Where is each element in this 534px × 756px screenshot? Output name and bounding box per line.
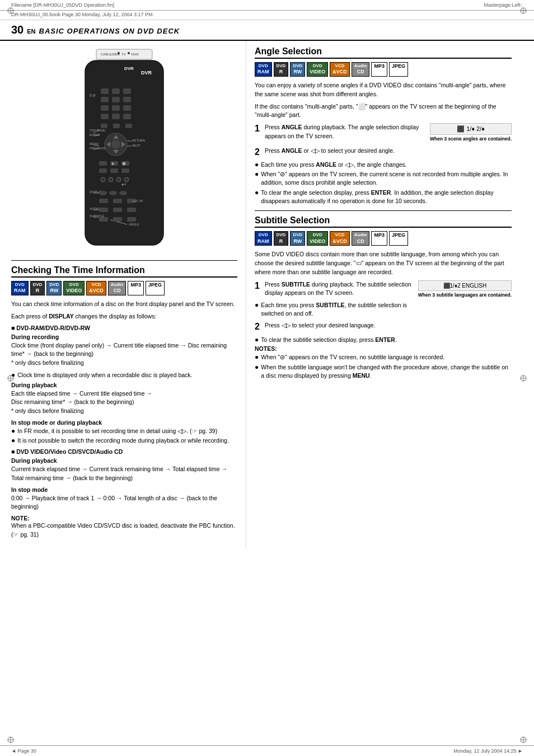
badge-audio-cd: Audio CD — [108, 281, 127, 295]
subtitle-step2: 2 Press ◁▷ to select your desired langua… — [255, 321, 512, 332]
during-recording-heading: During recording — [11, 334, 237, 340]
angle-badge-dvd-ram: DVD RAM — [255, 62, 272, 77]
svg-rect-66 — [127, 217, 136, 222]
svg-text:DVR: DVR — [141, 70, 152, 76]
page-footer: ◄ Page 30 Monday, 12 July 2004 14:25 ► — [0, 745, 534, 756]
badge-dvd-rw: DVD RW — [46, 281, 62, 295]
svg-point-52 — [119, 191, 127, 195]
checking-time-title: Checking The Time Information — [11, 265, 237, 278]
svg-rect-9 — [101, 88, 109, 94]
angle-badge-dvd-video: DVD VIDEO — [307, 62, 328, 77]
subtitle-step2-bullet: ● To clear the subtitle selection displa… — [255, 336, 512, 344]
footer-right: Monday, 12 July 2004 14:25 ► — [453, 748, 523, 754]
during-playback-heading2: During playback — [11, 457, 237, 464]
svg-point-4 — [118, 52, 120, 54]
angle-badge-vcd: VCD &VCD — [330, 62, 350, 77]
subtitle-badge-jpeg: JPEG — [389, 231, 408, 246]
subtitle-display-image: ⬛1/♦2 ENGLISH — [418, 280, 512, 291]
subtitle-notes: NOTES: ● When "⊘" appears on the TV scre… — [255, 345, 512, 379]
svg-rect-13 — [112, 97, 120, 102]
svg-rect-19 — [112, 114, 120, 119]
svg-point-27 — [111, 140, 120, 149]
right-column: Angle Selection DVD RAM DVD R DVD RW DVD… — [246, 41, 523, 548]
svg-text:DVR: DVR — [124, 66, 134, 71]
svg-rect-54 — [99, 199, 108, 203]
switch-mode-bullet: ● It is not possible to switch the recor… — [11, 436, 237, 445]
subtitle-badge-mp3: MP3 — [371, 231, 387, 246]
svg-rect-11 — [123, 88, 131, 94]
svg-rect-60 — [113, 208, 122, 212]
subtitle-badge-dvd-rw: DVD RW — [290, 231, 305, 246]
svg-point-46 — [116, 177, 121, 182]
subtitle-badge-dvd-video: DVD VIDEO — [307, 231, 328, 246]
page-number: 30 — [11, 24, 24, 36]
svg-point-5 — [128, 52, 130, 54]
disc-badges-subtitle: DVD RAM DVD R DVD RW DVD VIDEO VCD &VCD … — [255, 231, 512, 246]
checking-intro: You can check time information of a disc… — [11, 300, 237, 309]
svg-rect-40 — [110, 168, 118, 173]
angle-step1-row: 1 Press ANGLE during playback. The angle… — [255, 123, 427, 141]
subtitle-display-box: ⬛1/♦2 ENGLISH When 3 subtitle languages … — [418, 280, 512, 320]
angle-step2: 2 Press ANGLE or ◁▷ to select your desir… — [255, 147, 512, 157]
angle-badge-jpeg: JPEG — [389, 62, 408, 77]
angle-badge-dvd-r: DVD R — [274, 62, 289, 77]
during-playback-text1: Each title elapsed time → Current title … — [11, 389, 237, 416]
subtitle-note2: ● When the subtitle language won't be ch… — [255, 363, 512, 379]
disc-badges-angle: DVD RAM DVD R DVD RW DVD VIDEO VCD &VCD … — [255, 62, 512, 77]
note-title: NOTE: — [11, 515, 237, 522]
page-title-bar: 30 EN BASIC OPERATIONS ON DVD DECK — [0, 20, 534, 41]
subtitle-intro: Some DVD VIDEO discs contain more than o… — [255, 250, 512, 276]
svg-text:NEXT: NEXT — [132, 144, 140, 147]
footer-left: ◄ Page 30 — [11, 748, 36, 754]
svg-rect-37 — [110, 161, 118, 166]
corner-crosshair-tl — [7, 7, 15, 15]
badge-jpeg: JPEG — [146, 281, 165, 295]
svg-rect-36 — [99, 161, 107, 166]
subtitle-badge-dvd-r: DVD R — [274, 231, 289, 246]
subtitle-step1-row: 1 Press SUBTITLE during playback. The su… — [255, 280, 415, 298]
subtitle-badge-audio-cd: Audio CD — [352, 231, 370, 246]
angle-intro: You can enjoy a variety of scene angles … — [255, 81, 512, 99]
dvd-ram-heading: ■ DVD-RAM/DVD-R/DVD-RW — [11, 325, 237, 331]
subtitle-note1: ● When "⊘" appears on the TV screen, no … — [255, 353, 512, 361]
section-divider-subtitle — [255, 210, 512, 211]
left-column: CABLE/DBS TV DVD DVR 0-9 — [0, 41, 246, 548]
svg-text:ANGLE: ANGLE — [129, 223, 139, 226]
svg-rect-43 — [123, 162, 125, 165]
during-playback-heading1: During playback — [11, 382, 237, 388]
badge-dvd-ram: DVD RAM — [11, 281, 29, 295]
angle-display-image: ⬛ 1/♦ 2/♦ — [430, 123, 512, 135]
angle-badge-dvd-rw: DVD RW — [290, 62, 305, 77]
during-playback-text2: Current track elapsed time → Current tra… — [11, 465, 237, 483]
corner-crosshair-bl — [7, 736, 15, 744]
svg-rect-22 — [113, 124, 120, 128]
angle-badge-audio-cd: Audio CD — [352, 62, 370, 77]
svg-text:0-9: 0-9 — [90, 93, 95, 97]
svg-point-51 — [109, 191, 117, 195]
svg-rect-55 — [113, 199, 122, 203]
subtitle-badge-vcd: VCD &VCD — [330, 231, 350, 246]
angle-step1-content: 1 Press ANGLE during playback. The angle… — [255, 123, 427, 144]
svg-rect-21 — [101, 124, 107, 128]
angle-bullet2: ● When "⊘" appears on the TV screen, the… — [255, 170, 512, 186]
mid-crosshair-l — [7, 374, 15, 382]
angle-selection-title: Angle Selection — [255, 46, 512, 59]
mid-crosshair-r — [519, 374, 527, 382]
angle-bullet3: ● To clear the angle selection display, … — [255, 189, 512, 205]
filename-label: Filename [DR-MH30UJ_05DVD Operation.fm] — [11, 2, 114, 8]
svg-rect-39 — [99, 168, 107, 173]
disc-badges-checking: DVD RAM DVD R DVD RW DVD VIDEO VCD &VCD … — [11, 281, 237, 295]
svg-rect-12 — [101, 97, 109, 102]
note-content: When a PBC-compatible Video CD/SVCD disc… — [11, 522, 237, 539]
badge-dvd-r: DVD R — [30, 281, 45, 295]
stop-mode-text: 0:00 → Playback time of track 1 → 0:00 →… — [11, 494, 237, 512]
svg-point-50 — [99, 191, 107, 195]
angle-step1: 1 Press ANGLE during playback. The angle… — [255, 123, 512, 144]
svg-text:↩: ↩ — [121, 181, 126, 187]
masterpage-label: Masterpage:Left↑ — [484, 2, 523, 8]
remote-diagram: CABLE/DBS TV DVD DVR 0-9 — [11, 46, 237, 253]
display-text: Each press of DISPLAY changes the displa… — [11, 312, 237, 321]
angle-bullet1: ● Each time you press ANGLE or ◁▷, the a… — [255, 161, 512, 169]
during-recording-text: Clock time (front display panel only) → … — [11, 341, 237, 368]
book-info: DR-MH30UJ_00.book Page 30 Monday, July 1… — [11, 12, 152, 17]
